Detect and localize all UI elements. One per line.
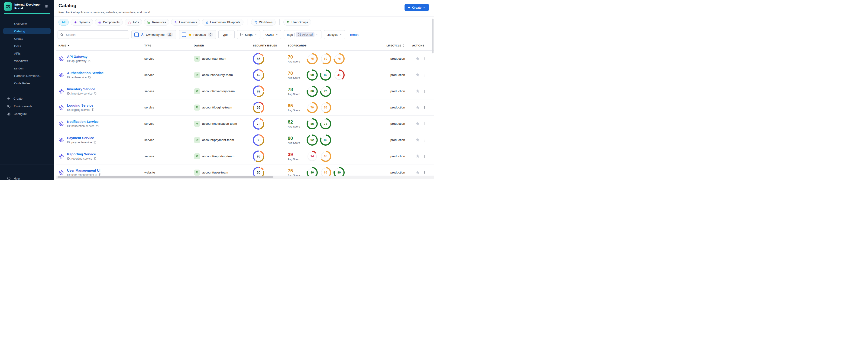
- scorecard-ring[interactable]: 78: [320, 118, 331, 129]
- favorite-star-icon[interactable]: [415, 154, 420, 158]
- favorite-star-icon[interactable]: [415, 56, 420, 61]
- favorites-checkbox[interactable]: [182, 32, 186, 37]
- entity-name-link[interactable]: Logging Service: [67, 103, 94, 107]
- scorecard-ring[interactable]: 75: [334, 53, 345, 64]
- kebab-menu-icon[interactable]: [423, 171, 426, 174]
- favorite-star-icon[interactable]: [415, 138, 420, 142]
- favorite-star-icon[interactable]: [415, 170, 420, 175]
- tab-systems[interactable]: Systems: [70, 19, 93, 26]
- scorecard-ring[interactable]: 60: [320, 53, 331, 64]
- column-header-lifecycle[interactable]: LIFECYCLE: [368, 41, 410, 51]
- tab-environments[interactable]: Environments: [171, 19, 200, 26]
- owner-value[interactable]: account/reporting-team: [202, 154, 235, 158]
- sidebar-item-code-pulse[interactable]: Code Pulse: [0, 80, 54, 87]
- column-header-security-issues[interactable]: SECURITY ISSUES: [250, 41, 285, 51]
- security-issues-donut[interactable]: 65: [253, 53, 265, 65]
- scorecard-ring[interactable]: 85: [307, 118, 318, 129]
- kebab-menu-icon[interactable]: [423, 106, 426, 109]
- favorite-star-icon[interactable]: [415, 89, 420, 93]
- scope-dropdown[interactable]: Scope: [237, 30, 260, 39]
- horizontal-scrollbar[interactable]: [56, 176, 434, 179]
- create-button[interactable]: Create: [405, 4, 429, 11]
- entity-name-link[interactable]: API Gateway: [67, 55, 91, 59]
- copy-icon[interactable]: [96, 124, 99, 127]
- app-switcher-grid-icon[interactable]: [44, 5, 49, 8]
- favorite-star-icon[interactable]: [415, 121, 420, 126]
- owner-value[interactable]: account/inventory-team: [202, 89, 235, 93]
- security-issues-donut[interactable]: 98: [253, 150, 265, 162]
- kebab-menu-icon[interactable]: [423, 155, 426, 158]
- scorecard-ring[interactable]: 75: [307, 53, 318, 64]
- scorecard-ring[interactable]: 92: [307, 134, 318, 146]
- favorite-star-icon[interactable]: [415, 105, 420, 110]
- kebab-menu-icon[interactable]: [423, 73, 426, 77]
- kebab-menu-icon[interactable]: [423, 122, 426, 125]
- tab-all[interactable]: All: [59, 19, 69, 26]
- copy-icon[interactable]: [91, 108, 94, 111]
- sidebar-item-create[interactable]: Create: [0, 35, 54, 42]
- scorecard-ring[interactable]: 14: [307, 151, 318, 162]
- sidebar-item-apis[interactable]: APIs: [0, 50, 54, 57]
- column-header-owner[interactable]: OWNER: [191, 41, 250, 51]
- entity-name-link[interactable]: Notification Service: [67, 120, 99, 124]
- sidebar-item-workflows[interactable]: Workflows: [0, 57, 54, 65]
- scorecard-ring[interactable]: 80: [307, 86, 318, 97]
- owner-value[interactable]: account/logging-team: [202, 106, 232, 109]
- security-issues-donut[interactable]: 42: [253, 69, 265, 81]
- sidebar-item-create[interactable]: Create: [0, 95, 54, 102]
- vertical-scrollbar-thumb[interactable]: [432, 19, 434, 53]
- scorecard-ring[interactable]: 83: [320, 134, 331, 146]
- column-header-type[interactable]: TYPE: [141, 41, 191, 51]
- kebab-menu-icon[interactable]: [423, 57, 426, 60]
- security-issues-donut[interactable]: 72: [253, 118, 265, 129]
- column-header-actions[interactable]: ACTIONS: [410, 41, 434, 51]
- copy-icon[interactable]: [88, 59, 91, 62]
- sidebar-item-catalog[interactable]: Catalog: [3, 28, 51, 34]
- sidebar-item-docs[interactable]: Docs: [0, 42, 54, 50]
- favorites-filter[interactable]: Favorites 0: [179, 30, 216, 39]
- copy-icon[interactable]: [93, 141, 96, 144]
- entity-name-link[interactable]: Payment Service: [67, 136, 96, 140]
- scorecard-ring[interactable]: 55: [320, 102, 331, 113]
- copy-icon[interactable]: [88, 76, 91, 79]
- owned-by-me-filter[interactable]: Owned by me 21: [131, 30, 176, 39]
- entity-name-link[interactable]: User Management UI: [67, 169, 101, 172]
- owner-value[interactable]: account/user-team: [202, 171, 228, 174]
- entity-name-link[interactable]: Reporting Service: [67, 152, 97, 156]
- tab-components[interactable]: Components: [95, 19, 123, 26]
- favorite-star-icon[interactable]: [415, 73, 420, 77]
- lifecycle-dropdown[interactable]: Lifecycle: [324, 30, 345, 39]
- column-header-name[interactable]: NAME: [56, 41, 141, 51]
- type-dropdown[interactable]: Type: [218, 30, 235, 39]
- vertical-scrollbar[interactable]: [432, 17, 434, 180]
- copy-icon[interactable]: [94, 157, 97, 160]
- sidebar-item-environments[interactable]: Environments: [0, 102, 54, 110]
- scorecard-ring[interactable]: 80: [320, 69, 331, 81]
- horizontal-scrollbar-thumb[interactable]: [58, 176, 273, 178]
- owner-value[interactable]: account/api-team: [202, 57, 226, 60]
- tab-apis[interactable]: APIs: [125, 19, 142, 26]
- sidebar-item-overview[interactable]: Overview: [0, 20, 54, 27]
- scorecard-ring[interactable]: 70: [307, 102, 318, 113]
- tags-dropdown[interactable]: Tags | 01 selected: [284, 30, 321, 39]
- owner-value[interactable]: account/notification-team: [202, 122, 237, 125]
- reset-filters-link[interactable]: Reset: [350, 33, 359, 36]
- sidebar-item-harness-develope-[interactable]: Harness Develope...: [0, 72, 54, 80]
- owner-value[interactable]: account/payment-team: [202, 138, 234, 142]
- entity-name-link[interactable]: Authentication Service: [67, 71, 103, 75]
- tab-workflows[interactable]: Workflows: [251, 19, 276, 26]
- security-issues-donut[interactable]: 92: [253, 86, 265, 97]
- security-issues-donut[interactable]: 65: [253, 102, 265, 113]
- copy-icon[interactable]: [94, 92, 97, 95]
- tab-user-groups[interactable]: User Groups: [283, 19, 311, 26]
- column-header-scorecards[interactable]: SCORECARDS: [285, 41, 368, 51]
- scorecard-ring[interactable]: 65: [320, 151, 331, 162]
- scorecard-ring[interactable]: 41: [334, 69, 345, 81]
- entity-name-link[interactable]: Inventory Service: [67, 87, 97, 91]
- tab-resources[interactable]: Resources: [144, 19, 169, 26]
- sidebar-item-random[interactable]: random: [0, 65, 54, 72]
- kebab-menu-icon[interactable]: [423, 139, 426, 142]
- scorecard-ring[interactable]: 76: [320, 86, 331, 97]
- owned-by-me-checkbox[interactable]: [134, 32, 139, 37]
- owner-dropdown[interactable]: Owner: [263, 30, 281, 39]
